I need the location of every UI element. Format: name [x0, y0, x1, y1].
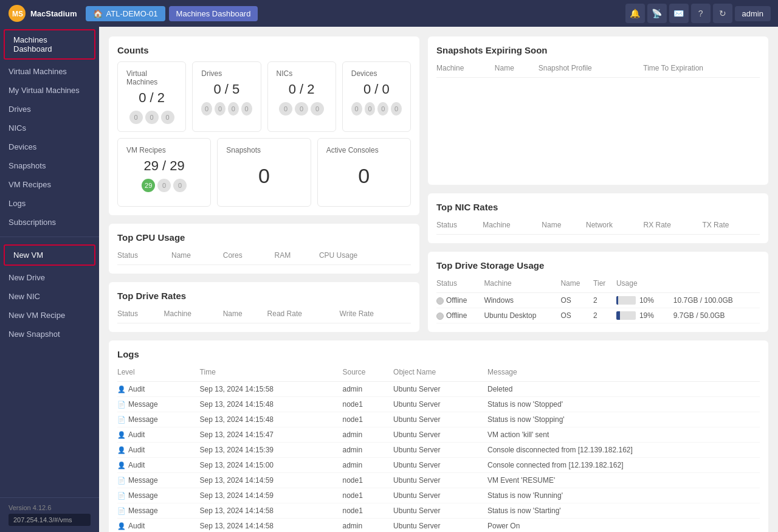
top-nic-rates-title: Top NIC Rates — [436, 202, 760, 212]
log-row: 👤Audit Sep 13, 2024 14:15:39 admin Ubunt… — [117, 443, 760, 458]
dot: 0 — [311, 102, 324, 116]
dot: 0 — [228, 102, 239, 116]
col-status: Status — [436, 218, 483, 235]
message-cell: Status is now 'Starting' — [487, 503, 760, 519]
dashboard-button[interactable]: Machines Dashboard — [169, 6, 258, 21]
sidebar-item-new-drive[interactable]: New Drive — [0, 268, 99, 287]
level-icon: 👤 — [117, 522, 126, 530]
sidebar-item-machines-dashboard[interactable]: Machines Dashboard — [4, 29, 95, 60]
dot: 0 — [215, 102, 225, 116]
message-cell: Status is now 'Running' — [487, 488, 760, 503]
help-button[interactable]: ? — [691, 4, 711, 23]
usage-bar-fill — [616, 296, 618, 305]
sidebar-footer: Version 4.12.6 207.254.14.3/#/vms — [0, 497, 99, 532]
log-row: 📄Message Sep 13, 2024 14:14:59 node1 Ubu… — [117, 488, 760, 503]
level-icon: 📄 — [117, 477, 126, 485]
message-cell: VM Event 'RESUME' — [487, 473, 760, 488]
object-name-cell: Ubuntu Server — [393, 519, 487, 533]
source-cell: admin — [343, 382, 394, 397]
dot: 0 — [157, 179, 171, 192]
object-name-cell: Ubuntu Server — [393, 503, 487, 519]
snapshots-expiring-table: Machine Name Snapshot Profile Time To Ex… — [436, 61, 760, 78]
col-time: Time — [200, 365, 343, 382]
sidebar-item-virtual-machines[interactable]: Virtual Machines — [0, 62, 99, 81]
object-name-cell: Ubuntu Server — [393, 443, 487, 458]
object-name-cell: Ubuntu Server — [393, 473, 487, 488]
col-name: Name — [560, 277, 593, 293]
sidebar-item-new-nic[interactable]: New NIC — [0, 287, 99, 306]
messages-button[interactable]: ✉️ — [669, 4, 689, 23]
sidebar-item-my-virtual-machines[interactable]: My Virtual Machines — [0, 81, 99, 100]
col-read-rate: Read Rate — [267, 307, 340, 323]
col-status: Status — [117, 249, 171, 265]
count-box-active-consoles: Active Consoles 0 — [317, 138, 411, 207]
col-machine: Machine — [436, 61, 495, 78]
message-cell: VM action 'kill' sent — [487, 427, 760, 443]
sidebar-item-devices[interactable]: Devices — [0, 137, 99, 156]
usage-text-cell: 10.7GB / 100.0GB — [673, 293, 760, 308]
count-box-vms: Virtual Machines 0 / 2 0 0 0 — [117, 61, 186, 132]
usage-cell: 19% — [616, 308, 673, 323]
refresh-button[interactable]: ↻ — [713, 4, 732, 23]
tier-cell: 2 — [593, 308, 616, 323]
home-button[interactable]: 🏠 ATL-DEMO-01 — [86, 6, 165, 21]
dot: 0 — [391, 102, 402, 116]
object-name-cell: Ubuntu Server — [393, 427, 487, 443]
notifications-button[interactable]: 🔔 — [625, 4, 645, 23]
level-icon: 📄 — [117, 401, 126, 409]
sidebar-item-vm-recipes[interactable]: VM Recipes — [0, 175, 99, 194]
dot: 0 — [161, 111, 174, 124]
top-cpu-title: Top CPU Usage — [117, 232, 411, 243]
top-drive-rates-card: Top Drive Rates Status Machine Name Read… — [109, 282, 419, 332]
tier-cell: 2 — [593, 293, 616, 308]
col-status: Status — [117, 307, 164, 323]
col-write-rate: Write Rate — [340, 307, 411, 323]
log-row: 📄Message Sep 13, 2024 14:15:48 node1 Ubu… — [117, 412, 760, 427]
usage-bar — [616, 311, 636, 320]
usage-label: 19% — [639, 311, 654, 320]
sidebar: Machines Dashboard Virtual Machines My V… — [0, 27, 99, 532]
name-cell: OS — [560, 293, 593, 308]
log-row: 📄Message Sep 13, 2024 14:14:58 node1 Ubu… — [117, 503, 760, 519]
source-cell: node1 — [343, 488, 394, 503]
sidebar-item-logs[interactable]: Logs — [0, 194, 99, 213]
time-cell: Sep 13, 2024 14:15:48 — [200, 397, 343, 412]
col-level: Level — [117, 365, 200, 382]
message-cell: Deleted — [487, 382, 760, 397]
top-cpu-usage-card: Top CPU Usage Status Name Cores RAM CPU … — [109, 224, 419, 274]
rss-button[interactable]: 📡 — [647, 4, 667, 23]
col-machine: Machine — [483, 218, 542, 235]
status-cell: Offline — [436, 293, 484, 308]
top-drive-storage-table: Status Machine Name Tier Usage Offline W… — [436, 277, 760, 323]
col-name: Name — [171, 249, 223, 265]
log-row: 👤Audit Sep 13, 2024 14:15:47 admin Ubunt… — [117, 427, 760, 443]
level-icon: 📄 — [117, 507, 126, 515]
level-icon: 👤 — [117, 385, 126, 393]
sidebar-item-drives[interactable]: Drives — [0, 100, 99, 119]
counts-section: Counts Virtual Machines 0 / 2 0 0 0 — [109, 36, 419, 332]
table-row: Offline Windows OS 2 10% 10.7GB / 100.0G… — [436, 293, 760, 308]
level-cell: 👤Audit — [117, 427, 200, 443]
time-cell: Sep 13, 2024 14:14:59 — [200, 488, 343, 503]
admin-button[interactable]: admin — [735, 6, 771, 21]
level-cell: 👤Audit — [117, 443, 200, 458]
sidebar-item-subscriptions[interactable]: Subscriptions — [0, 213, 99, 232]
sidebar-item-snapshots[interactable]: Snapshots — [0, 156, 99, 175]
object-name-cell: Ubuntu Server — [393, 458, 487, 473]
source-cell: node1 — [343, 503, 394, 519]
col-object-name: Object Name — [393, 365, 487, 382]
top-cpu-table: Status Name Cores RAM CPU Usage — [117, 249, 411, 265]
message-cell: Console disconnected from [12.139.182.16… — [487, 443, 760, 458]
sidebar-item-new-vm-recipe[interactable]: New VM Recipe — [0, 306, 99, 325]
logo-text: MacStadium — [30, 9, 77, 18]
sidebar-item-nics[interactable]: NICs — [0, 119, 99, 137]
col-source: Source — [343, 365, 394, 382]
top-nic-rates-table: Status Machine Name Network RX Rate TX R… — [436, 218, 760, 235]
level-icon: 👤 — [117, 431, 126, 439]
top-drive-storage-title: Top Drive Storage Usage — [436, 260, 760, 271]
sidebar-item-new-vm[interactable]: New VM — [4, 244, 95, 266]
col-snapshot-profile: Snapshot Profile — [539, 61, 644, 78]
status-dot — [436, 313, 444, 320]
sidebar-item-new-snapshot[interactable]: New Snapshot — [0, 325, 99, 344]
col-name: Name — [495, 61, 539, 78]
